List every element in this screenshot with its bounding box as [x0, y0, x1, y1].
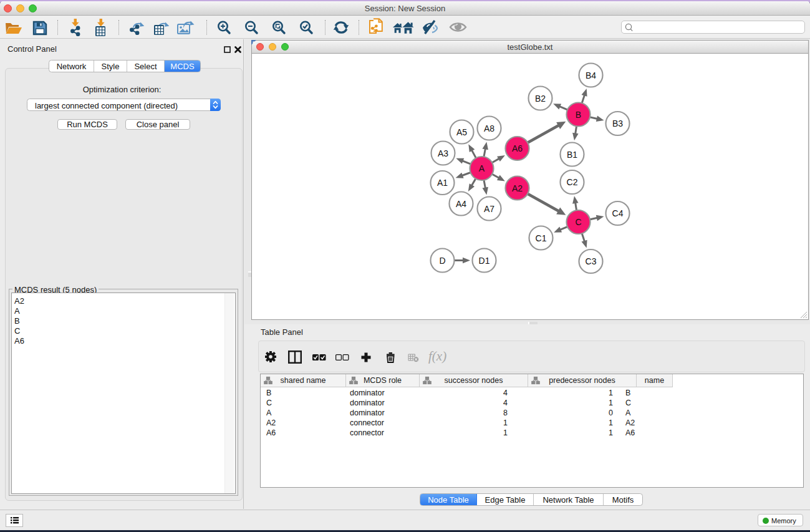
- svg-text:A1: A1: [436, 178, 447, 188]
- svg-text:C: C: [575, 217, 581, 227]
- svg-text:A5: A5: [456, 127, 466, 137]
- svg-text:B1: B1: [566, 149, 577, 159]
- svg-text:A: A: [478, 163, 485, 173]
- svg-text:C1: C1: [535, 233, 546, 243]
- svg-text:A4: A4: [455, 198, 466, 208]
- svg-text:B4: B4: [585, 70, 595, 80]
- svg-text:B3: B3: [612, 118, 622, 128]
- svg-text:A6: A6: [511, 143, 522, 153]
- svg-text:C3: C3: [585, 256, 596, 266]
- svg-text:B: B: [575, 109, 581, 119]
- svg-text:A3: A3: [437, 148, 448, 158]
- svg-text:C4: C4: [612, 208, 623, 218]
- svg-text:B2: B2: [534, 93, 545, 103]
- svg-text:C2: C2: [566, 177, 577, 187]
- svg-text:D: D: [439, 255, 445, 265]
- svg-text:A8: A8: [483, 123, 494, 133]
- svg-text:A7: A7: [483, 203, 494, 213]
- svg-text:A2: A2: [511, 183, 522, 193]
- svg-text:D1: D1: [478, 255, 489, 265]
